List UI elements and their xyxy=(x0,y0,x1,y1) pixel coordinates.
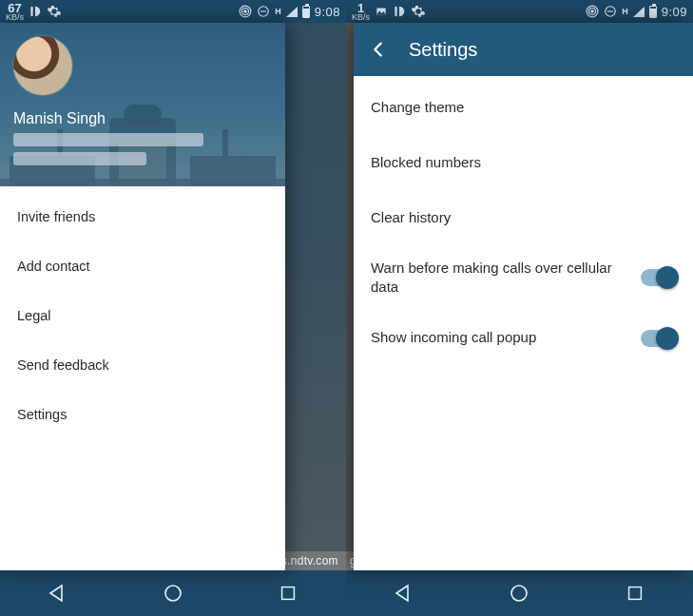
settings-item-label: Show incoming call popup xyxy=(371,328,629,347)
svg-rect-17 xyxy=(282,587,295,600)
network-type-indicator: H xyxy=(622,7,628,16)
svg-rect-14 xyxy=(0,179,285,186)
drawer-item-settings[interactable]: Settings xyxy=(0,390,285,439)
signal-icon xyxy=(633,7,645,17)
svg-marker-26 xyxy=(633,7,645,17)
drawer-header: Manish Singh xyxy=(0,23,285,186)
redacted-user-detail xyxy=(13,133,203,146)
drawer-item-label: Invite friends xyxy=(17,209,95,224)
svg-rect-13 xyxy=(222,129,228,158)
nav-recents-button[interactable] xyxy=(260,574,317,612)
svg-point-1 xyxy=(244,10,246,12)
settings-item-label: Blocked numbers xyxy=(371,153,677,172)
nav-back-button[interactable] xyxy=(375,574,433,612)
dialer-icon xyxy=(29,5,42,18)
drawer-item-add-contact[interactable]: Add contact xyxy=(0,241,285,291)
clock: 9:09 xyxy=(662,5,687,19)
toggle-incoming-popup[interactable] xyxy=(641,330,677,347)
nav-recents-button[interactable] xyxy=(606,574,664,612)
settings-item-incoming-popup[interactable]: Show incoming call popup xyxy=(354,311,693,366)
nav-home-button[interactable] xyxy=(144,574,202,612)
avatar[interactable] xyxy=(13,36,72,95)
android-nav-bar xyxy=(0,570,346,616)
dialer-icon xyxy=(393,5,406,18)
hotspot-icon xyxy=(239,5,252,18)
svg-point-21 xyxy=(591,10,593,12)
settings-sheet: Settings Change theme Blocked numbers Cl… xyxy=(354,23,693,570)
gear-icon xyxy=(411,4,426,19)
nav-home-button[interactable] xyxy=(491,574,548,612)
user-name: Manish Singh xyxy=(13,110,106,127)
screenshot-drawer: 67 KB/s H xyxy=(0,0,346,616)
svg-rect-0 xyxy=(30,7,32,17)
settings-header: Settings xyxy=(354,23,693,76)
android-nav-bar xyxy=(346,570,693,616)
do-not-disturb-icon xyxy=(604,5,617,18)
network-type-indicator: H xyxy=(275,7,281,16)
svg-point-16 xyxy=(165,586,181,601)
settings-list: Change theme Blocked numbers Clear histo… xyxy=(354,76,693,366)
drawer-item-legal[interactable]: Legal xyxy=(0,291,285,340)
svg-marker-27 xyxy=(396,586,408,601)
nav-back-button[interactable] xyxy=(29,574,87,612)
svg-marker-15 xyxy=(50,586,62,601)
drawer-item-send-feedback[interactable]: Send feedback xyxy=(0,340,285,390)
chevron-left-icon xyxy=(368,39,389,60)
screenshot-icon xyxy=(375,5,388,18)
redacted-user-detail xyxy=(13,152,146,165)
navigation-drawer: Manish Singh Invite friends Add contact … xyxy=(0,23,285,570)
page-title: Settings xyxy=(409,39,477,61)
drawer-item-label: Send feedback xyxy=(17,357,109,373)
drawer-menu: Invite friends Add contact Legal Send fe… xyxy=(0,186,285,570)
drawer-item-invite-friends[interactable]: Invite friends xyxy=(0,192,285,241)
hotspot-icon xyxy=(586,5,599,18)
toggle-warn-cellular[interactable] xyxy=(641,269,677,286)
clock: 9:08 xyxy=(315,5,340,19)
svg-rect-20 xyxy=(395,7,396,17)
settings-item-clear-history[interactable]: Clear history xyxy=(354,190,693,245)
signal-icon xyxy=(286,7,298,17)
gear-icon xyxy=(47,4,62,19)
status-bar: 1 KB/s H xyxy=(346,0,693,23)
network-speed-indicator: 1 KB/s xyxy=(352,3,370,21)
settings-item-blocked-numbers[interactable]: Blocked numbers xyxy=(354,135,693,190)
settings-item-warn-cellular[interactable]: Warn before making calls over cellular d… xyxy=(354,245,693,311)
back-button[interactable] xyxy=(361,32,395,67)
settings-item-label: Change theme xyxy=(371,98,677,117)
svg-marker-6 xyxy=(286,7,298,17)
settings-item-change-theme[interactable]: Change theme xyxy=(354,80,693,135)
drawer-item-label: Add contact xyxy=(17,259,90,274)
svg-point-28 xyxy=(511,586,527,601)
status-bar: 67 KB/s H xyxy=(0,0,346,23)
do-not-disturb-icon xyxy=(257,5,270,18)
svg-rect-29 xyxy=(629,587,642,600)
drawer-item-label: Settings xyxy=(17,407,67,422)
settings-item-label: Clear history xyxy=(371,208,677,227)
battery-icon xyxy=(649,6,657,18)
drawer-item-label: Legal xyxy=(17,308,50,323)
svg-rect-8 xyxy=(124,105,162,124)
battery-icon xyxy=(302,6,310,18)
settings-item-label: Warn before making calls over cellular d… xyxy=(371,259,629,298)
screenshot-settings: 1 KB/s H xyxy=(346,0,693,616)
network-speed-indicator: 67 KB/s xyxy=(6,3,24,21)
